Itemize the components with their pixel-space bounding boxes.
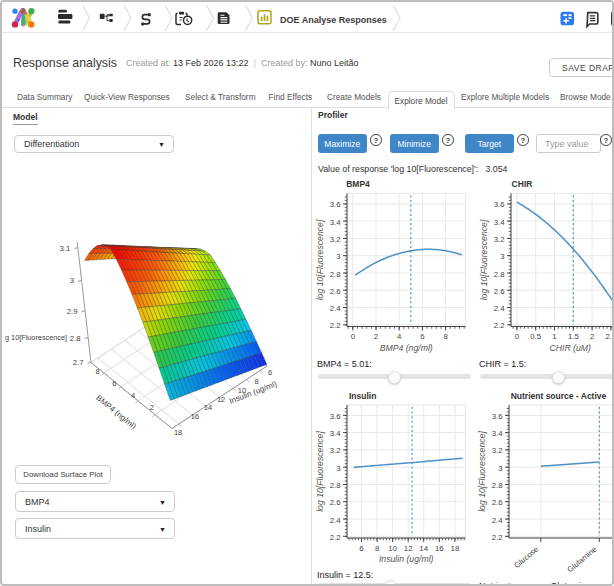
svg-text:Insulin (ug/ml): Insulin (ug/ml)	[379, 554, 434, 564]
svg-text:1: 1	[552, 332, 556, 341]
svg-text:3.2: 3.2	[494, 235, 505, 244]
svg-text:3: 3	[498, 464, 502, 473]
svg-text:6: 6	[112, 379, 116, 388]
svg-text:log 10[Fluorescence]: log 10[Fluorescence]	[315, 219, 325, 300]
svg-text:8: 8	[443, 332, 447, 341]
svg-text:2.8: 2.8	[330, 270, 341, 279]
svg-text:2.6: 2.6	[494, 287, 505, 296]
svg-text:3.4: 3.4	[330, 429, 342, 438]
svg-text:1.5: 1.5	[568, 332, 580, 341]
svg-text:g 10[Fluorescence]: g 10[Fluorescence]	[5, 333, 67, 342]
svg-text:4: 4	[397, 332, 402, 341]
svg-text:10: 10	[388, 544, 397, 553]
svg-text:Glutamine: Glutamine	[566, 545, 599, 575]
svg-text:2.2: 2.2	[330, 533, 341, 542]
svg-text:0.5: 0.5	[530, 332, 542, 341]
svg-text:8: 8	[255, 377, 259, 386]
svg-text:3.6: 3.6	[330, 200, 341, 209]
svg-text:2.6: 2.6	[492, 498, 503, 507]
svg-text:BMP4 (ng/ml): BMP4 (ng/ml)	[380, 343, 433, 353]
svg-text:2.2: 2.2	[330, 321, 341, 330]
svg-text:3.6: 3.6	[330, 412, 341, 421]
svg-text:Insulin: Insulin	[349, 391, 376, 401]
svg-text:8: 8	[375, 544, 379, 553]
svg-text:12: 12	[404, 544, 413, 553]
svg-text:3.6: 3.6	[494, 200, 505, 209]
svg-text:2.4: 2.4	[492, 516, 504, 525]
svg-text:16: 16	[191, 412, 199, 421]
svg-text:2.2: 2.2	[492, 533, 503, 542]
svg-text:CHIR: CHIR	[512, 179, 533, 189]
svg-text:14: 14	[419, 544, 428, 553]
svg-text:2: 2	[590, 332, 594, 341]
svg-text:3.4: 3.4	[494, 218, 506, 227]
svg-text:3.6: 3.6	[492, 412, 503, 421]
svg-text:0: 0	[351, 332, 356, 341]
svg-text:CHIR (uM): CHIR (uM)	[549, 343, 591, 353]
svg-text:6: 6	[359, 544, 363, 553]
svg-text:2.8: 2.8	[330, 481, 341, 490]
svg-text:3.4: 3.4	[330, 218, 342, 227]
svg-text:2.4: 2.4	[494, 304, 506, 313]
svg-text:2.2: 2.2	[494, 321, 505, 330]
svg-text:12: 12	[217, 395, 225, 404]
svg-text:3.4: 3.4	[492, 429, 504, 438]
svg-text:14: 14	[204, 403, 212, 412]
svg-text:Insulin (ug/ml): Insulin (ug/ml)	[228, 379, 278, 406]
svg-text:6: 6	[420, 332, 424, 341]
svg-text:2.8: 2.8	[494, 270, 505, 279]
svg-text:4: 4	[131, 391, 135, 400]
svg-text:3: 3	[70, 276, 74, 285]
svg-text:3.1: 3.1	[60, 244, 71, 253]
svg-text:2.8: 2.8	[70, 334, 81, 343]
svg-text:2.6: 2.6	[330, 287, 341, 296]
svg-text:3: 3	[336, 464, 340, 473]
svg-text:3.2: 3.2	[492, 446, 503, 455]
svg-text:3.2: 3.2	[330, 235, 341, 244]
svg-text:2: 2	[374, 332, 378, 341]
svg-text:log 10[Fluorescence]: log 10[Fluorescence]	[477, 431, 487, 512]
svg-text:0: 0	[515, 332, 520, 341]
svg-text:2.7: 2.7	[73, 358, 84, 367]
svg-text:2.9: 2.9	[67, 307, 78, 316]
svg-text:Nutrient source - Active: Nutrient source - Active	[511, 391, 607, 401]
svg-text:DOE Analyse Responses: DOE Analyse Responses	[280, 15, 387, 25]
svg-text:18: 18	[451, 544, 460, 553]
svg-text:log 10[Fluorescence]: log 10[Fluorescence]	[479, 219, 489, 300]
svg-text:2.4: 2.4	[330, 516, 342, 525]
svg-text:6: 6	[268, 368, 272, 377]
svg-text:2: 2	[150, 403, 154, 412]
svg-text:3: 3	[336, 252, 340, 261]
svg-text:3.2: 3.2	[330, 446, 341, 455]
svg-text:Glucose: Glucose	[512, 545, 540, 570]
svg-text:BMP4: BMP4	[346, 179, 370, 189]
svg-text:3: 3	[500, 252, 504, 261]
svg-text:2.8: 2.8	[492, 481, 503, 490]
svg-text:18: 18	[174, 428, 182, 437]
svg-text:log 10[Fluorescence]: log 10[Fluorescence]	[315, 431, 325, 512]
svg-text:2.6: 2.6	[330, 498, 341, 507]
svg-text:2.4: 2.4	[330, 304, 342, 313]
svg-text:16: 16	[435, 544, 444, 553]
svg-text:8: 8	[96, 367, 100, 376]
svg-text:2.5: 2.5	[605, 332, 614, 341]
